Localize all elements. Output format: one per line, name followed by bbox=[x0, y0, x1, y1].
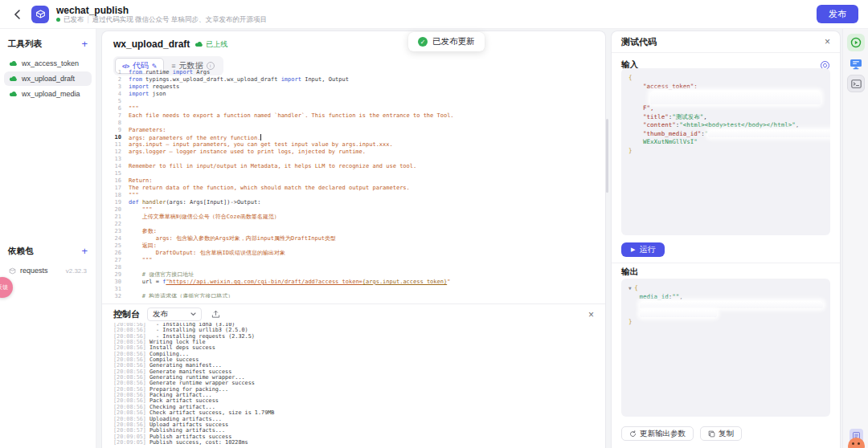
feedback-floating-button[interactable]: 反馈 bbox=[0, 277, 13, 298]
sidebar-item-wx_upload_media[interactable]: wx_upload_media bbox=[4, 87, 92, 101]
line-number: 22 bbox=[102, 221, 129, 228]
code-line[interactable]: 30 url = f"https://api.weixin.qq.com/cgi… bbox=[102, 279, 604, 286]
test-panel-header: 测试代码 × bbox=[612, 31, 840, 53]
online-badge: 已上线 bbox=[194, 39, 227, 50]
sidebar-item-wx_upload_draft[interactable]: wx_upload_draft bbox=[4, 71, 92, 86]
json-line: "access_token": bbox=[628, 83, 823, 92]
redacted-text bbox=[640, 310, 717, 317]
code-line[interactable]: 4import json bbox=[102, 91, 604, 98]
code-line[interactable]: 20 """ bbox=[102, 206, 604, 214]
code-line[interactable]: 12args.logger – logger instance used to … bbox=[102, 149, 604, 156]
code-line[interactable]: 31 bbox=[102, 286, 604, 293]
cloud-online-icon bbox=[194, 41, 203, 47]
code-line[interactable]: 24 args: 包含输入参数的Args对象，内部input属性为DraftIn… bbox=[102, 235, 604, 242]
code-line[interactable]: 5 bbox=[102, 98, 604, 105]
code-line[interactable]: 28 bbox=[102, 264, 604, 271]
json-line bbox=[628, 310, 823, 319]
line-number: 21 bbox=[102, 214, 129, 221]
code-line[interactable]: 8 bbox=[102, 120, 604, 127]
sidebar-item-wx_access_token[interactable]: wx_access_token bbox=[4, 56, 92, 71]
test-panel-title: 测试代码 bbox=[621, 36, 657, 48]
code-line[interactable]: 6""" bbox=[102, 105, 604, 112]
published-dot-icon bbox=[56, 18, 60, 22]
code-line[interactable]: 13 bbox=[102, 156, 604, 163]
dependencies-section: 依赖包 + requests v2.32.3 bbox=[0, 246, 96, 279]
copy-button-label: 复制 bbox=[719, 429, 734, 439]
package-icon bbox=[35, 9, 46, 19]
line-number: 14 bbox=[102, 163, 129, 170]
test-input-editor[interactable]: { "access_token": F", "title":"测试发布", "c… bbox=[621, 68, 830, 235]
app-logo-icon bbox=[31, 6, 49, 23]
code-line[interactable]: 17The return data of the function, which… bbox=[102, 185, 604, 192]
back-button[interactable] bbox=[10, 7, 24, 22]
tools-header-row: 工具列表 + bbox=[0, 29, 96, 55]
code-line[interactable]: 2from typings.wx_upload_draft.wx_upload_… bbox=[102, 76, 604, 83]
copy-button[interactable]: 复制 bbox=[700, 426, 742, 441]
code-line[interactable]: 22 bbox=[102, 221, 604, 228]
line-number: 11 bbox=[102, 141, 129, 149]
console-channel-select[interactable]: 发布 bbox=[147, 307, 202, 321]
line-number: 16 bbox=[102, 177, 129, 185]
run-status-icon[interactable] bbox=[847, 34, 865, 51]
console-log-line: [20:09:05]Publish success, cost: 10228ms bbox=[113, 440, 594, 446]
code-line[interactable]: 7Each file needs to export a function na… bbox=[102, 112, 604, 120]
code-line[interactable]: 29 # 微信官方接口地址 bbox=[102, 271, 604, 279]
test-panel-close-button[interactable]: × bbox=[825, 37, 830, 47]
code-line[interactable]: 3import requests bbox=[102, 83, 604, 91]
console-log-area[interactable]: [20:08:56] - Installing idna (3.10)[20:0… bbox=[102, 323, 605, 448]
scrollbar-thumb[interactable] bbox=[606, 119, 608, 193]
code-line[interactable]: 11args.input – input parameters, you can… bbox=[102, 141, 604, 149]
console-close-button[interactable]: × bbox=[588, 310, 594, 320]
add-dependency-button[interactable]: + bbox=[81, 247, 88, 255]
code-line[interactable]: 21 上传文章草稿到微信公众号（符合Coze函数签名规范） bbox=[102, 214, 604, 221]
test-output-viewer[interactable]: ▼ { media_id:"", } bbox=[621, 279, 830, 417]
code-line[interactable]: 9Parameters: bbox=[102, 127, 604, 134]
avatar-eye bbox=[858, 442, 860, 445]
code-line[interactable]: 25 返回: bbox=[102, 242, 604, 250]
line-number: 30 bbox=[102, 279, 129, 286]
json-line bbox=[628, 301, 823, 310]
code-line[interactable]: 16Return: bbox=[102, 177, 604, 185]
json-line bbox=[628, 91, 823, 104]
code-line[interactable]: 14Remember to fill in input/output in Me… bbox=[102, 163, 604, 170]
tool-item-label: wx_upload_media bbox=[22, 90, 80, 98]
run-button[interactable]: ▶ 运行 bbox=[621, 242, 665, 257]
code-line[interactable]: 15 bbox=[102, 170, 604, 177]
sidebar: 工具列表 + wx_access_tokenwx_upload_draftwx_… bbox=[0, 29, 96, 448]
console-title: 控制台 bbox=[113, 308, 140, 320]
code-editor[interactable]: 1from runtime import Args2from typings.w… bbox=[102, 69, 604, 298]
cloud-online-icon bbox=[9, 91, 18, 97]
dependency-item[interactable]: requests v2.32.3 bbox=[4, 263, 92, 278]
export-icon bbox=[211, 310, 220, 319]
code-line[interactable]: 19def handler(args: Args[Input])->Output… bbox=[102, 199, 604, 206]
cloud-online-icon bbox=[9, 75, 18, 82]
terminal-icon bbox=[851, 79, 862, 88]
line-number: 8 bbox=[102, 120, 129, 127]
code-line[interactable]: 1from runtime import Args bbox=[102, 69, 604, 76]
console-rail-icon[interactable] bbox=[847, 75, 865, 92]
editor-card: wx_upload_draft 已上线 </> 代码 ✎ ≡ 元数据 i 1fr… bbox=[101, 31, 606, 448]
code-line[interactable]: 26 DraftOutput: 包含草稿ID或错误信息的输出对象 bbox=[102, 250, 604, 257]
code-line[interactable]: 23 参数: bbox=[102, 228, 604, 235]
dependency-version: v2.32.3 bbox=[66, 267, 87, 275]
code-line[interactable]: 18""" bbox=[102, 192, 604, 199]
text-cursor bbox=[260, 134, 261, 141]
chevron-left-icon bbox=[14, 10, 21, 19]
publish-status: 已发布 bbox=[63, 16, 84, 23]
dependency-name: requests bbox=[20, 267, 48, 275]
update-output-params-button[interactable]: 更新输出参数 bbox=[621, 426, 694, 441]
line-number: 24 bbox=[102, 235, 129, 242]
line-number: 26 bbox=[102, 250, 129, 257]
publish-button[interactable]: 发布 bbox=[817, 5, 858, 23]
add-tool-button[interactable]: + bbox=[81, 40, 88, 48]
redacted-text bbox=[650, 91, 821, 104]
line-number: 18 bbox=[102, 192, 129, 199]
cloud-online-icon bbox=[9, 60, 18, 67]
code-line[interactable]: 32 # 构造请求体（遵循官方接口格式） bbox=[102, 293, 604, 298]
code-line[interactable]: 27 """ bbox=[102, 257, 604, 264]
export-log-button[interactable] bbox=[209, 307, 223, 321]
code-line[interactable]: 10args: parameters of the entry function… bbox=[102, 134, 604, 141]
refresh-icon bbox=[629, 430, 637, 438]
monitor-icon[interactable] bbox=[847, 55, 865, 73]
wechat-publish-ide: wechat_publish 已发布 | 通过代码实现 微信公众号 草稿同步、文… bbox=[0, 0, 868, 448]
